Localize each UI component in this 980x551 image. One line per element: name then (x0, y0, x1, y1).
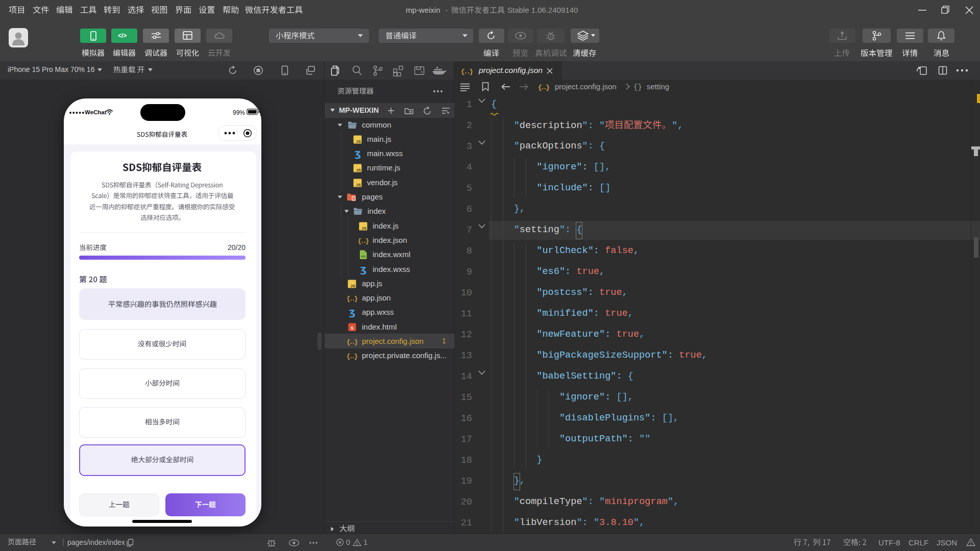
svg-text:{..}: {..} (347, 353, 358, 360)
svg-text:JS: JS (356, 182, 361, 187)
svg-text:{..}: {..} (358, 237, 369, 244)
svg-text:JS: JS (361, 226, 366, 230)
svg-text:5: 5 (351, 325, 353, 330)
svg-text:JS: JS (356, 139, 361, 143)
svg-text:JS: JS (356, 168, 361, 172)
svg-text:JS: JS (350, 283, 355, 288)
svg-text:{..}: {..} (347, 339, 358, 346)
svg-text:{}: {} (633, 83, 642, 91)
svg-text:{..}: {..} (461, 68, 473, 76)
svg-text:{..}: {..} (538, 84, 550, 91)
svg-text:<>: <> (361, 254, 365, 259)
svg-text:{..}: {..} (347, 295, 358, 303)
